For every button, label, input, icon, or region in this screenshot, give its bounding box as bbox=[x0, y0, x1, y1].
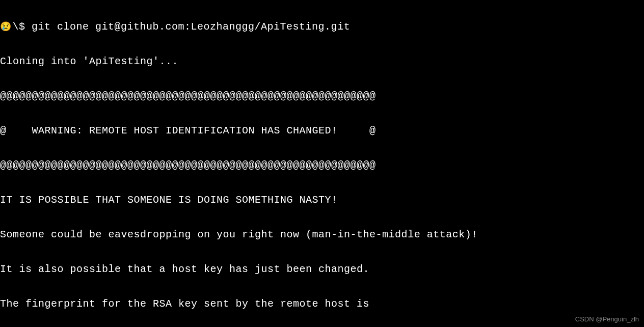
terminal-output[interactable]: 😢\$ git clone git@github.com:Leozhanggg/… bbox=[0, 1, 644, 327]
output-line: @@@@@@@@@@@@@@@@@@@@@@@@@@@@@@@@@@@@@@@@… bbox=[0, 157, 644, 174]
output-line: It is also possible that a host key has … bbox=[0, 261, 644, 278]
output-line: @ WARNING: REMOTE HOST IDENTIFICATION HA… bbox=[0, 122, 644, 140]
output-line: IT IS POSSIBLE THAT SOMEONE IS DOING SOM… bbox=[0, 192, 644, 209]
output-line: Someone could be eavesdropping on you ri… bbox=[0, 226, 644, 243]
output-line: @@@@@@@@@@@@@@@@@@@@@@@@@@@@@@@@@@@@@@@@… bbox=[0, 88, 644, 105]
prompt-symbol: \$ bbox=[13, 21, 25, 33]
prompt-line: 😢\$ git clone git@github.com:Leozhanggg/… bbox=[0, 18, 644, 36]
command-text: git clone git@github.com:Leozhanggg/ApiT… bbox=[32, 21, 350, 33]
output-line: Cloning into 'ApiTesting'... bbox=[0, 53, 644, 70]
watermark-text: CSDN @Penguin_zlh bbox=[575, 314, 639, 325]
output-line: The fingerprint for the RSA key sent by … bbox=[0, 295, 644, 313]
prompt-emoji-icon: 😢 bbox=[0, 22, 12, 32]
